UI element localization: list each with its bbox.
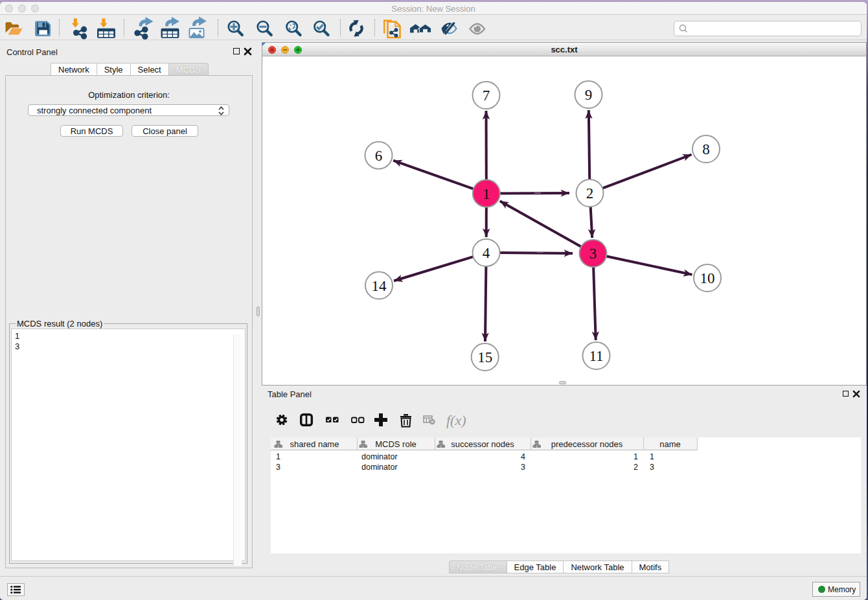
svg-text:9: 9 xyxy=(585,87,593,103)
svg-text:14: 14 xyxy=(372,278,387,294)
svg-text:15: 15 xyxy=(477,349,492,365)
svg-text:6: 6 xyxy=(375,148,383,164)
svg-text:1: 1 xyxy=(483,186,490,202)
svg-text:3: 3 xyxy=(589,246,597,262)
svg-text:10: 10 xyxy=(700,270,715,286)
svg-text:2: 2 xyxy=(586,185,594,202)
svg-text:7: 7 xyxy=(483,87,490,104)
svg-text:8: 8 xyxy=(702,141,710,157)
svg-text:4: 4 xyxy=(483,245,490,261)
svg-text:11: 11 xyxy=(589,348,603,364)
svg-text:f(x): f(x) xyxy=(446,412,466,428)
